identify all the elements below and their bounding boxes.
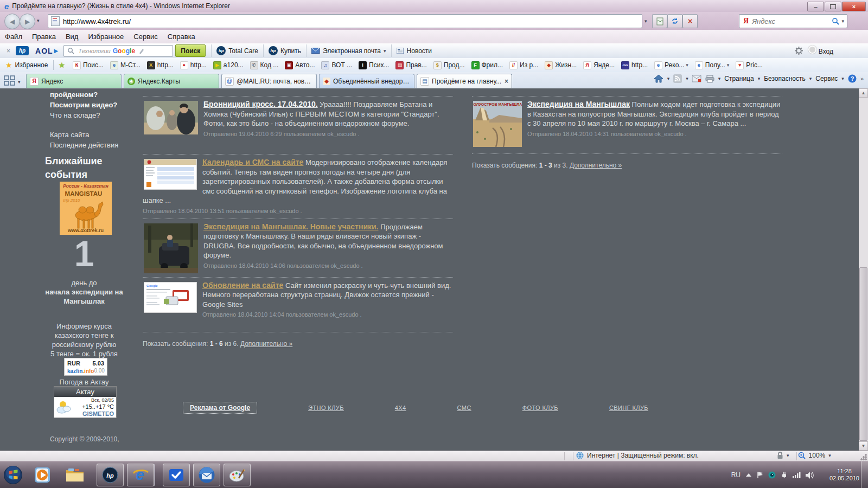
quick-tabs-button[interactable] bbox=[3, 75, 16, 86]
show-desktop-button[interactable] bbox=[861, 461, 868, 488]
lock-icon[interactable] bbox=[777, 452, 783, 459]
kazfin-link[interactable]: kazfin.info bbox=[67, 367, 94, 375]
start-button[interactable] bbox=[2, 465, 24, 485]
favorite-item[interactable]: ♫ВОТ ... bbox=[318, 61, 355, 69]
favorite-item[interactable]: Xhttp... bbox=[144, 61, 177, 69]
post-title[interactable]: Бронницкий кросс. 17.04.2010. bbox=[203, 100, 318, 108]
printer-icon[interactable] bbox=[705, 75, 714, 83]
network-signal-icon[interactable] bbox=[793, 472, 801, 478]
gismeteo-link[interactable]: GISMETEO bbox=[75, 410, 114, 417]
favorite-item[interactable]: ▣Авто... bbox=[282, 61, 318, 69]
tab-offroad-forum[interactable]: ◆ Объединённый внедоро... bbox=[319, 74, 414, 88]
menu-help[interactable]: Справка bbox=[163, 33, 200, 41]
favorite-item[interactable]: КПоис... bbox=[69, 61, 107, 69]
media-player-button[interactable] bbox=[31, 465, 53, 485]
favorite-item[interactable]: eМ-Ст... bbox=[107, 61, 144, 69]
power-plug-icon[interactable] bbox=[781, 471, 788, 479]
zoom-level[interactable]: 100% bbox=[809, 452, 826, 459]
sidebar-item-recent[interactable]: Последние действия bbox=[50, 140, 118, 150]
post-title[interactable]: Экспедиция на Мангышлак bbox=[527, 100, 630, 108]
scroll-up-icon[interactable]: ▲ bbox=[859, 88, 868, 98]
post-title[interactable]: Календарь и СМС на сайте bbox=[202, 158, 303, 166]
email-button[interactable]: Электронная почта ▾ bbox=[306, 44, 391, 57]
chevron-down-icon[interactable]: ▾ bbox=[686, 76, 688, 81]
favorite-item[interactable]: eПолу...▾ bbox=[692, 61, 732, 69]
sidebar-item-stock[interactable]: Что на складе? bbox=[50, 110, 117, 120]
refresh-button[interactable] bbox=[667, 14, 682, 28]
minimize-button[interactable]: – bbox=[807, 2, 824, 11]
search-dropdown-icon[interactable]: ▾ bbox=[841, 18, 844, 24]
footer-link-photo[interactable]: ФОТО КЛУБ bbox=[522, 404, 558, 411]
maximize-button[interactable] bbox=[825, 2, 841, 11]
chevron-down-icon[interactable]: ▾ bbox=[828, 453, 831, 458]
favorite-item[interactable]: ●http... bbox=[177, 61, 210, 69]
speaker-icon[interactable] bbox=[806, 472, 814, 479]
footer-link-etno[interactable]: ЭТНО КЛУБ bbox=[308, 404, 344, 411]
post-thumbnail[interactable]: Google bbox=[144, 282, 197, 313]
google-ads-link[interactable]: Реклама от Google bbox=[183, 402, 257, 414]
more-link[interactable]: Дополнительно » bbox=[570, 162, 622, 169]
menu-favorites[interactable]: Избранное bbox=[83, 33, 129, 41]
history-dropdown-icon[interactable]: ▾ bbox=[37, 18, 40, 23]
zoom-icon[interactable] bbox=[798, 452, 806, 459]
chevron-down-icon[interactable]: ▾ bbox=[667, 76, 670, 81]
scroll-down-icon[interactable]: ▼ bbox=[859, 441, 868, 451]
favorite-item[interactable]: IПсих... bbox=[355, 61, 392, 69]
safety-menu[interactable]: Безопасность bbox=[764, 75, 806, 82]
post-thumbnail[interactable] bbox=[144, 101, 198, 134]
aol-logo[interactable]: AOL bbox=[35, 47, 53, 55]
title-bar[interactable]: e Пройдёмте на главную? (Жизнь в стиле 4… bbox=[0, 0, 868, 12]
tab-close-icon[interactable]: × bbox=[505, 78, 508, 85]
add-favorite-icon[interactable]: ★ bbox=[58, 61, 65, 69]
address-field[interactable]: http://www.4x4trek.ru/ bbox=[48, 14, 642, 28]
hp-buy-button[interactable]: hp Купить bbox=[263, 44, 306, 57]
favorite-item[interactable]: ◆Жизн... bbox=[541, 61, 580, 69]
mangistau-banner-image[interactable]: Россия - Казахстан MANGISTAU trip 2010 w… bbox=[60, 182, 112, 235]
favorite-item[interactable]: ♥Pric... bbox=[732, 61, 766, 69]
favorite-item[interactable]: //Из р... bbox=[506, 61, 541, 69]
footer-link-sms[interactable]: СМС bbox=[457, 404, 471, 411]
post-thumbnail[interactable] bbox=[144, 223, 198, 273]
help-icon[interactable]: ? bbox=[848, 74, 857, 83]
footer-link-4x4[interactable]: 4X4 bbox=[395, 404, 406, 411]
internet-explorer-button[interactable]: e bbox=[127, 464, 154, 486]
tab-active-4x4trek[interactable]: ▤ Пройдёмте на главну... × bbox=[417, 74, 512, 88]
language-indicator[interactable]: RU bbox=[731, 471, 741, 479]
messenger-button[interactable] bbox=[163, 464, 190, 486]
more-link[interactable]: Дополнительно » bbox=[240, 340, 292, 348]
hp-total-care-button[interactable]: hp Total Care bbox=[211, 44, 263, 57]
tab-list-dropdown-icon[interactable]: ▾ bbox=[18, 79, 21, 85]
sidebar-item-sitemap[interactable]: Карта сайта bbox=[50, 130, 118, 140]
stop-button[interactable]: × bbox=[682, 14, 698, 28]
menu-edit[interactable]: Правка bbox=[27, 33, 61, 41]
news-button[interactable]: Новости bbox=[391, 44, 437, 57]
hp-app-button[interactable]: hp bbox=[97, 464, 124, 486]
favorite-item[interactable]: eРеко...▾ bbox=[651, 61, 692, 69]
menu-view[interactable]: Вид bbox=[61, 33, 84, 41]
tab-yandex[interactable]: Я Яндекс bbox=[26, 74, 122, 88]
post-thumbnail[interactable]: ПОЛУОСТРОВ МАНГЫШЛАК bbox=[473, 101, 522, 147]
favorite-item[interactable]: ▶a120... bbox=[210, 61, 247, 69]
footer-link-swing[interactable]: СВИНГ КЛУБ bbox=[609, 404, 648, 411]
webcam-tray-icon[interactable] bbox=[768, 471, 776, 479]
clock-area[interactable]: 11:28 02.05.2010 bbox=[829, 461, 859, 488]
search-icon[interactable] bbox=[832, 17, 839, 25]
back-button[interactable]: ◀ bbox=[4, 14, 20, 29]
address-dropdown-icon[interactable]: ▾ bbox=[644, 18, 647, 24]
favorite-item[interactable]: $Прод... bbox=[430, 61, 468, 69]
favorites-star-icon[interactable]: ★ bbox=[5, 61, 12, 69]
paint-button[interactable] bbox=[224, 464, 251, 486]
home-icon[interactable] bbox=[654, 74, 663, 83]
menu-file[interactable]: Файл bbox=[0, 33, 27, 41]
tools-menu[interactable]: Сервис bbox=[815, 75, 838, 82]
favorite-item[interactable]: FФрил... bbox=[468, 61, 507, 69]
rss-icon[interactable] bbox=[673, 74, 682, 83]
favorite-item[interactable]: ЯЯнде... bbox=[580, 61, 618, 69]
weather-widget[interactable]: Актау Вск, 02/05 +15..+17 °C GISMETEO bbox=[54, 386, 117, 418]
chevron-down-icon[interactable]: ▾ bbox=[787, 453, 789, 458]
overflow-icon[interactable]: » bbox=[860, 75, 864, 82]
toolbar-close-icon[interactable]: × bbox=[7, 47, 10, 55]
forward-button[interactable]: ▶ bbox=[20, 14, 35, 29]
menu-tools[interactable]: Сервис bbox=[129, 33, 163, 41]
gear-icon[interactable] bbox=[795, 47, 803, 55]
